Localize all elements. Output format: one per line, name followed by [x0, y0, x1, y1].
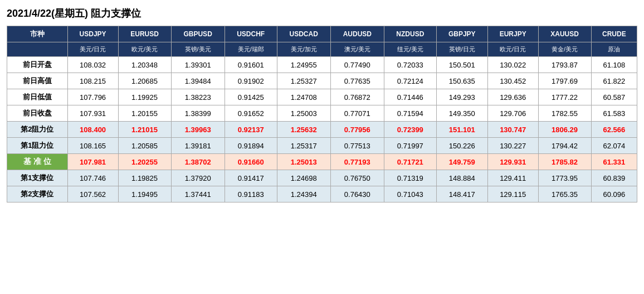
row-label-cell: 前日低值	[7, 89, 68, 105]
data-cell: 1.20155	[118, 105, 171, 122]
table-row: 第2阻力位108.4001.210151.399630.921371.25632…	[7, 122, 637, 138]
data-cell: 148.884	[436, 170, 487, 186]
data-cell: 60.096	[591, 186, 637, 203]
data-cell: 0.72399	[384, 122, 436, 138]
data-cell: 0.71043	[384, 186, 436, 203]
data-cell: 129.411	[487, 170, 538, 186]
data-cell: 0.77490	[330, 57, 384, 73]
data-cell: 1.19495	[118, 186, 171, 203]
table-row: 前日高值108.2151.206851.394840.919021.253270…	[7, 73, 637, 89]
data-cell: 150.501	[436, 57, 487, 73]
header-row-1: 市种 USDJPY EURUSD GBPUSD USDCHF USDCAD AU…	[7, 26, 637, 42]
data-cell: 1.39301	[171, 57, 225, 73]
data-cell: 0.72124	[384, 73, 436, 89]
col-subheader-eurjpy: 欧元/日元	[487, 42, 538, 57]
data-cell: 61.108	[591, 57, 637, 73]
data-cell: 150.635	[436, 73, 487, 89]
row-label-cell: 第1阻力位	[7, 138, 68, 154]
data-cell: 1.25327	[277, 73, 330, 89]
data-cell: 130.022	[487, 57, 538, 73]
data-cell: 108.165	[67, 138, 118, 154]
data-cell: 1.38399	[171, 105, 225, 122]
data-cell: 129.931	[487, 154, 538, 170]
data-cell: 1.24955	[277, 57, 330, 73]
data-cell: 0.77635	[330, 73, 384, 89]
data-cell: 61.331	[591, 154, 637, 170]
row-label-cell: 第2支撑位	[7, 186, 68, 203]
col-header-xauusd: XAUUSD	[538, 26, 591, 42]
col-subheader-usdcad: 美元/加元	[277, 42, 330, 57]
col-header-label: 市种	[7, 26, 68, 42]
data-cell: 1.39963	[171, 122, 225, 138]
data-cell: 0.91601	[225, 57, 277, 73]
data-cell: 0.91425	[225, 89, 277, 105]
data-cell: 61.583	[591, 105, 637, 122]
data-cell: 108.032	[67, 57, 118, 73]
data-cell: 107.981	[67, 154, 118, 170]
data-cell: 0.71997	[384, 138, 436, 154]
col-subheader-gbpjpy: 英镑/日元	[436, 42, 487, 57]
data-cell: 1794.42	[538, 138, 591, 154]
table-row: 第1支撑位107.7461.198251.379200.914171.24698…	[7, 170, 637, 186]
data-cell: 129.636	[487, 89, 538, 105]
table-row: 基 准 位107.9811.202551.387020.916601.25013…	[7, 154, 637, 170]
data-cell: 108.215	[67, 73, 118, 89]
data-cell: 0.71721	[384, 154, 436, 170]
data-cell: 107.746	[67, 170, 118, 186]
data-cell: 130.227	[487, 138, 538, 154]
col-header-usdchf: USDCHF	[225, 26, 277, 42]
data-cell: 107.796	[67, 89, 118, 105]
data-cell: 0.71594	[384, 105, 436, 122]
row-label-cell: 前日高值	[7, 73, 68, 89]
col-header-gbpusd: GBPUSD	[171, 26, 225, 42]
data-cell: 107.562	[67, 186, 118, 203]
data-cell: 1806.29	[538, 122, 591, 138]
data-cell: 0.76430	[330, 186, 384, 203]
table-row: 前日开盘108.0321.203481.393010.916011.249550…	[7, 57, 637, 73]
data-cell: 0.76872	[330, 89, 384, 105]
col-subheader-xauusd: 黄金/美元	[538, 42, 591, 57]
col-subheader-audusd: 澳元/美元	[330, 42, 384, 57]
col-header-eurjpy: EURJPY	[487, 26, 538, 42]
data-cell: 0.91417	[225, 170, 277, 186]
data-cell: 1.20255	[118, 154, 171, 170]
data-cell: 1.25003	[277, 105, 330, 122]
data-cell: 0.71319	[384, 170, 436, 186]
data-cell: 1.19825	[118, 170, 171, 186]
data-cell: 129.706	[487, 105, 538, 122]
data-cell: 1.19925	[118, 89, 171, 105]
data-cell: 149.293	[436, 89, 487, 105]
col-header-audusd: AUDUSD	[330, 26, 384, 42]
col-subheader-gbpusd: 英镑/美元	[171, 42, 225, 57]
data-cell: 0.91652	[225, 105, 277, 122]
data-cell: 0.77956	[330, 122, 384, 138]
row-label-cell: 前日收盘	[7, 105, 68, 122]
data-cell: 1765.35	[538, 186, 591, 203]
data-cell: 0.71446	[384, 89, 436, 105]
data-cell: 1777.22	[538, 89, 591, 105]
col-header-gbpjpy: GBPJPY	[436, 26, 487, 42]
data-cell: 108.400	[67, 122, 118, 138]
data-cell: 1793.87	[538, 57, 591, 73]
data-cell: 149.350	[436, 105, 487, 122]
col-header-eurusd: EURUSD	[118, 26, 171, 42]
col-header-nzdusd: NZDUSD	[384, 26, 436, 42]
data-cell: 0.91902	[225, 73, 277, 89]
data-cell: 1.25632	[277, 122, 330, 138]
data-cell: 1785.82	[538, 154, 591, 170]
data-cell: 0.91894	[225, 138, 277, 154]
data-cell: 1.20585	[118, 138, 171, 154]
data-cell: 1.37920	[171, 170, 225, 186]
data-cell: 60.587	[591, 89, 637, 105]
col-subheader-crude: 原油	[591, 42, 637, 57]
data-cell: 1.39181	[171, 138, 225, 154]
row-label-cell: 前日开盘	[7, 57, 68, 73]
data-cell: 149.759	[436, 154, 487, 170]
header-row-2: 美元/日元 欧元/美元 英镑/美元 美元/瑞郎 美元/加元 澳元/美元 纽元/美…	[7, 42, 637, 57]
data-cell: 1.25013	[277, 154, 330, 170]
data-cell: 1.21015	[118, 122, 171, 138]
table-row: 第2支撑位107.5621.194951.374410.911831.24394…	[7, 186, 637, 203]
page-title: 2021/4/22(星期五) 阻力支撑位	[7, 7, 637, 20]
data-cell: 1.38702	[171, 154, 225, 170]
data-cell: 0.92137	[225, 122, 277, 138]
